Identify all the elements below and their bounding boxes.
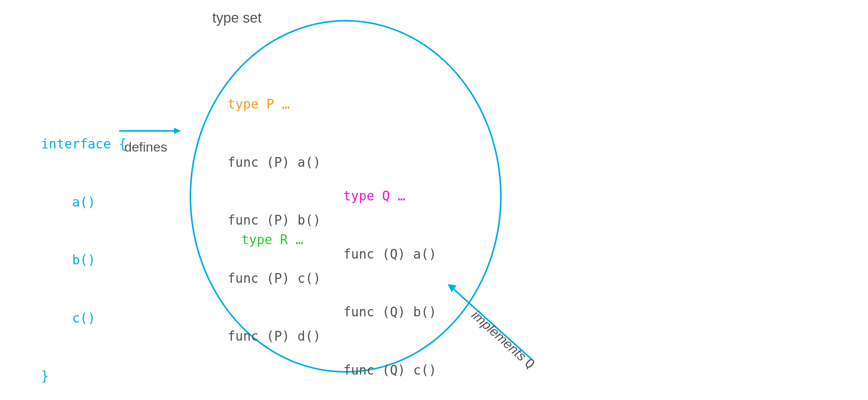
type-q-decl: type Q … [343,186,436,206]
type-q-m2: func (Q) b() [343,302,436,322]
type-q-block: type Q … func (Q) a() func (Q) b() func … [343,148,436,400]
type-q-m1: func (Q) a() [343,245,436,264]
interface-line-1: interface { [41,134,127,154]
interface-line-5: } [41,366,127,386]
interface-line-4: c() [41,309,127,328]
interface-line-2: a() [41,193,127,212]
type-p-m4: func (P) d() [228,327,321,346]
type-p-m1: func (P) a() [228,153,321,172]
defines-arrow [119,123,182,139]
type-set-label: type set [212,10,262,26]
interface-block: interface { a() b() c() } [41,96,127,400]
svg-marker-1 [174,128,181,134]
diagram-canvas: type set interface { a() b() c() } defin… [0,0,868,400]
type-r-decl: type R … [241,230,303,250]
type-q-m3: func (Q) c() [343,361,436,380]
type-r-block: type R … [241,191,303,288]
interface-line-3: b() [41,250,127,270]
defines-label: defines [124,139,167,155]
type-p-decl: type P … [228,95,321,114]
